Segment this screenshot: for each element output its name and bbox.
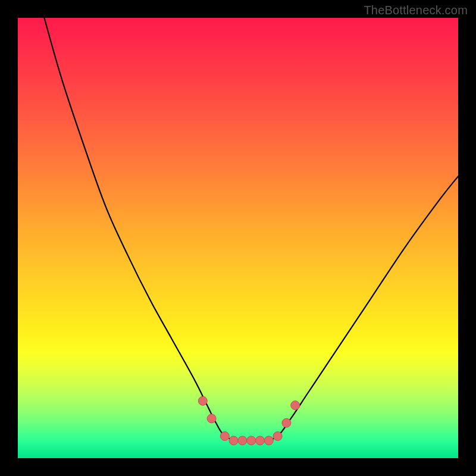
data-marker	[198, 396, 207, 405]
data-marker	[220, 432, 229, 441]
data-marker	[264, 436, 273, 445]
data-marker	[207, 414, 216, 423]
data-marker	[238, 436, 247, 445]
attribution-text: TheBottleneck.com	[364, 4, 468, 17]
data-marker	[291, 401, 300, 410]
plot-area	[18, 18, 458, 458]
curve-group	[44, 18, 458, 441]
data-marker	[247, 436, 256, 445]
bottleneck-curve	[44, 18, 458, 441]
marker-group	[198, 396, 299, 445]
chart-frame: TheBottleneck.com	[0, 0, 476, 476]
data-marker	[256, 436, 265, 445]
chart-svg	[18, 18, 458, 458]
data-marker	[273, 432, 282, 441]
data-marker	[229, 436, 238, 445]
data-marker	[282, 418, 291, 427]
